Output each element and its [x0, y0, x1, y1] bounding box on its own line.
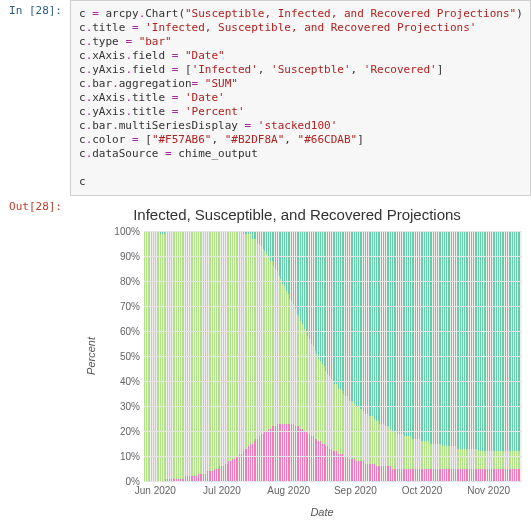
x-tick: Oct 2020	[389, 485, 456, 496]
input-cell: In [28]: c = arcpy.Chart("Susceptible, I…	[0, 0, 531, 196]
output-prompt: Out[28]:	[0, 196, 70, 522]
input-prompt: In [28]:	[0, 0, 70, 196]
y-axis-ticks: 100%90%80%70%60%50%40%30%20%10%0%	[110, 231, 144, 481]
chart-body: Percent 100%90%80%70%60%50%40%30%20%10%0…	[72, 231, 522, 481]
x-axis-ticks: Jun 2020Jul 2020Aug 2020Sep 2020Oct 2020…	[122, 481, 522, 496]
code-content: c = arcpy.Chart("Susceptible, Infected, …	[79, 7, 523, 188]
plot-area	[144, 231, 522, 481]
chart: Infected, Susceptible, and Recovered Pro…	[72, 200, 522, 522]
x-tick: Sep 2020	[322, 485, 389, 496]
output-area: Infected, Susceptible, and Recovered Pro…	[70, 196, 531, 522]
y-axis-label: Percent	[72, 231, 110, 481]
output-cell: Out[28]: Infected, Susceptible, and Reco…	[0, 196, 531, 522]
x-tick: Aug 2020	[255, 485, 322, 496]
notebook: In [28]: c = arcpy.Chart("Susceptible, I…	[0, 0, 531, 522]
code-editor[interactable]: c = arcpy.Chart("Susceptible, Infected, …	[70, 0, 531, 196]
x-tick: Nov 2020	[455, 485, 522, 496]
x-axis-label: Date	[122, 496, 522, 522]
x-tick: Jul 2020	[189, 485, 256, 496]
